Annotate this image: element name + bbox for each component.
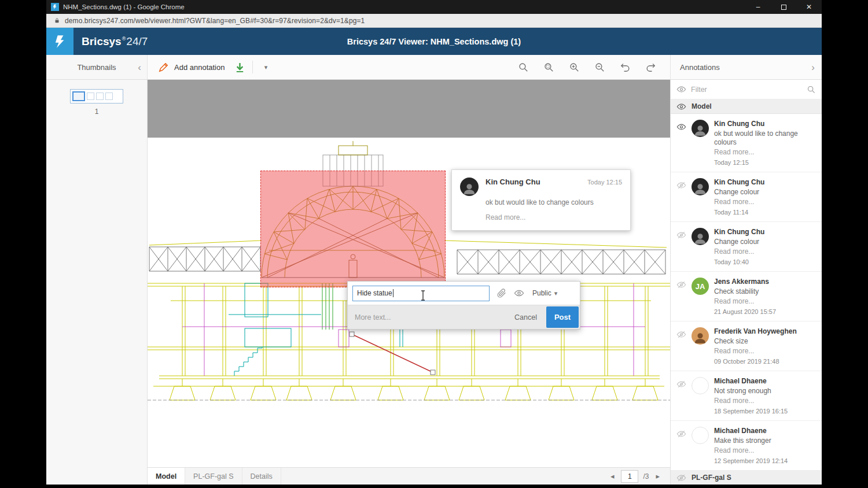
comment-timestamp: Today 12:15: [587, 179, 622, 186]
comment-input-value: Hide statue: [357, 289, 392, 297]
search-icon[interactable]: [807, 85, 816, 94]
new-annotation-form: Hide statue Public ▾ More text... Cancel…: [347, 281, 580, 330]
comment-popup: Kin Chung Chu Today 12:15 ok but would l…: [451, 169, 631, 231]
annotation-region-highlight[interactable]: [260, 171, 446, 287]
group-visibility-icon[interactable]: [676, 473, 686, 483]
avatar: [692, 178, 709, 195]
annotation-author: Michael Dhaene: [714, 427, 817, 435]
filter-input[interactable]: [691, 86, 802, 94]
tab-pl-gf-gal-s[interactable]: PL-GF-gal S: [185, 468, 242, 485]
download-options-dropdown[interactable]: ▾: [255, 57, 276, 77]
viewer-title: Bricsys 24/7 Viewer: NHM_Sections.dwg (1…: [46, 37, 822, 46]
read-more-link[interactable]: Read more...: [486, 213, 622, 221]
cancel-button[interactable]: Cancel: [514, 313, 537, 321]
annotation-author: Kin Chung Chu: [714, 120, 817, 128]
avatar: [692, 120, 709, 137]
thumbnail-page-number: 1: [95, 108, 99, 116]
annotation-list-item[interactable]: Michael Dhaene Not strong enough Read mo…: [671, 371, 822, 421]
read-more-link[interactable]: Read more...: [714, 198, 817, 206]
annotation-timestamp: 21 August 2020 15:57: [714, 308, 817, 316]
annotation-list-item[interactable]: Kin Chung Chu ok but would like to chang…: [671, 114, 822, 172]
annotation-list-item[interactable]: Michael Dhaene Make this stronger Read m…: [671, 421, 822, 471]
annotation-text: Change colour: [714, 188, 817, 197]
annotation-list-item[interactable]: Kin Chung Chu Change colour Read more...…: [671, 222, 822, 272]
zoom-in-button[interactable]: [564, 57, 584, 77]
post-button[interactable]: Post: [546, 306, 579, 328]
download-button[interactable]: [229, 57, 250, 77]
attachment-paperclip-icon[interactable]: [496, 288, 507, 298]
brand-product: 24/7: [126, 35, 148, 47]
browser-titlebar: NHM_Sections.dwg (1) - Google Chrome – ✕: [46, 0, 822, 14]
annotation-list-item[interactable]: JA Jens Akkermans Check stability Read m…: [671, 272, 822, 321]
bricsys-logo[interactable]: [46, 28, 73, 55]
annotation-list-item[interactable]: Frederik Van Hoyweghen Check size Read m…: [671, 321, 822, 371]
collapse-thumbnails-icon[interactable]: ‹: [138, 62, 141, 72]
thumbnails-panel-header: Thumbnails ‹: [46, 55, 148, 79]
annotation-author: Michael Dhaene: [714, 377, 817, 386]
annotation-author: Frederik Van Hoyweghen: [714, 327, 817, 336]
visibility-eye-icon[interactable]: [514, 288, 524, 298]
zoom-window-button[interactable]: [538, 57, 559, 77]
zoom-tools: [513, 57, 664, 77]
undo-button[interactable]: [615, 57, 635, 77]
drawing-canvas[interactable]: Kin Chung Chu Today 12:15 ok but would l…: [148, 80, 670, 485]
annotation-author: Jens Akkermans: [714, 278, 817, 286]
thumbnail-sheet-fragment: [96, 93, 104, 100]
annotation-list-item[interactable]: Kin Chung Chu Change colour Read more...…: [671, 172, 822, 222]
add-annotation-button[interactable]: Add annotation: [153, 55, 229, 79]
more-text-field[interactable]: More text...: [355, 313, 514, 321]
annotation-author: Kin Chung Chu: [714, 228, 817, 236]
annotation-group-model[interactable]: Model: [671, 99, 822, 114]
zoom-out-icon: [594, 62, 605, 73]
read-more-link[interactable]: Read more...: [714, 397, 817, 405]
tab-model[interactable]: Model: [148, 468, 185, 485]
annotation-text: ok but would like to change colours: [714, 130, 817, 147]
avatar: [692, 377, 709, 394]
zoom-extents-button[interactable]: [513, 57, 534, 77]
visibility-toggle-icon[interactable]: [676, 379, 686, 389]
tab-details[interactable]: Details: [242, 468, 281, 485]
close-button[interactable]: ✕: [796, 0, 822, 14]
thumbnails-label: Thumbnails: [77, 63, 116, 72]
read-more-link[interactable]: Read more...: [714, 446, 817, 455]
visibility-select[interactable]: Public ▾: [532, 289, 557, 297]
browser-urlbar: demo.bricsys247.com/web/viewer.html?GWT&…: [46, 14, 822, 28]
visibility-toggle-icon[interactable]: [676, 230, 686, 240]
maximize-button[interactable]: [771, 0, 796, 14]
read-more-link[interactable]: Read more...: [714, 247, 817, 256]
visibility-toggle-icon[interactable]: [676, 429, 686, 439]
collapse-annotations-icon[interactable]: ›: [811, 62, 815, 72]
read-more-link[interactable]: Read more...: [714, 297, 817, 306]
url-text[interactable]: demo.bricsys247.com/web/viewer.html?GWT&…: [65, 17, 365, 25]
annotation-timestamp: 09 October 2019 21:48: [714, 357, 817, 365]
toggle-all-visibility-icon[interactable]: [676, 84, 686, 94]
tab-label: Details: [251, 472, 273, 480]
previous-page-button[interactable]: ◂: [608, 472, 617, 480]
redo-button[interactable]: [640, 57, 661, 77]
annotation-timestamp: 12 September 2019 12:14: [714, 457, 817, 465]
annotation-timestamp: Today 11:14: [714, 208, 817, 216]
visibility-toggle-icon[interactable]: [676, 180, 686, 190]
window-title: NHM_Sections.dwg (1) - Google Chrome: [63, 3, 185, 10]
minimize-button[interactable]: –: [745, 0, 771, 14]
zoom-in-icon: [569, 62, 580, 73]
comment-input[interactable]: Hide statue: [352, 286, 490, 301]
tab-label: PL-GF-gal S: [193, 472, 233, 480]
group-visibility-icon[interactable]: [676, 102, 686, 112]
sheet-tabs-bar: Model PL-GF-gal S Details ◂ 1 /3 ▸: [148, 467, 670, 485]
screen: NHM_Sections.dwg (1) - Google Chrome – ✕…: [0, 0, 868, 488]
read-more-link[interactable]: Read more...: [714, 347, 817, 356]
visibility-toggle-icon[interactable]: [676, 330, 686, 339]
visibility-toggle-icon[interactable]: [676, 122, 686, 132]
annotation-timestamp: Today 10:40: [714, 258, 817, 266]
bricsys-mark-icon: [53, 34, 68, 49]
app-header: Bricsys®24/7 Bricsys 24/7 Viewer: NHM_Se…: [46, 28, 822, 55]
read-more-link[interactable]: Read more...: [714, 148, 817, 157]
next-page-button[interactable]: ▸: [653, 472, 662, 480]
zoom-out-button[interactable]: [589, 57, 610, 77]
page-thumbnail[interactable]: [70, 89, 123, 103]
annotation-group-pl-gf-gal-s[interactable]: PL-GF-gal S: [671, 471, 822, 485]
brand-registered-mark: ®: [122, 36, 126, 42]
visibility-toggle-icon[interactable]: [676, 280, 686, 290]
current-page-indicator[interactable]: 1: [621, 470, 638, 483]
